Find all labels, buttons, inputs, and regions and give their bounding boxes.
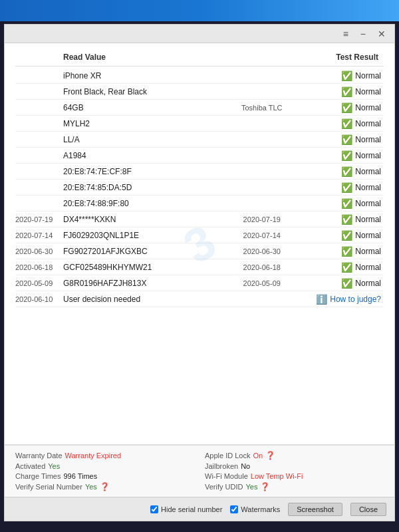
table-row: 2020-06-10User decision neededℹ️How to j…	[15, 291, 384, 307]
result-text: Normal	[355, 183, 381, 192]
table-row: A1984✅Normal	[15, 148, 384, 164]
apple-id-value: On	[253, 452, 263, 460]
column-headers: Read Value Test Result	[15, 49, 384, 66]
cell-read-value: 20:E8:74:7E:CF:8F	[63, 167, 222, 176]
result-text: Normal	[355, 71, 381, 80]
check-circle-icon: ✅	[341, 71, 352, 80]
verify-serial-label: Verify Serial Number	[15, 483, 82, 491]
header-test-result: Test Result	[300, 53, 384, 62]
cell-test-result: ✅Normal	[302, 263, 384, 272]
jailbroken-value: No	[241, 462, 250, 470]
table-row: 20:E8:74:88:9F:80✅Normal	[15, 196, 384, 211]
check-circle-icon: ✅	[341, 135, 352, 144]
cell-read-value: 20:E8:74:85:DA:5D	[63, 183, 222, 192]
verify-serial-item: Verify Serial Number Yes ❓	[15, 482, 194, 491]
cell-date-left: 2020-06-10	[15, 295, 63, 303]
cell-read-value: Front Black, Rear Black	[63, 87, 222, 96]
cell-test-result: ✅Normal	[302, 183, 384, 192]
cell-test-result: ✅Normal	[302, 247, 384, 256]
menu-icon-button[interactable]: ≡	[340, 27, 352, 41]
cell-date-left: 2020-07-19	[15, 215, 63, 223]
close-window-button[interactable]: Close	[350, 503, 386, 516]
verify-serial-value: Yes	[85, 483, 97, 491]
cell-date-left: 2020-05-09	[15, 279, 63, 287]
cell-test-result: ✅Normal	[302, 231, 384, 240]
verify-serial-help-icon[interactable]: ❓	[100, 482, 110, 491]
header-read-value: Read Value	[63, 53, 221, 62]
hide-serial-checkbox-label[interactable]: Hide serial number	[150, 505, 222, 513]
warranty-label: Warranty Date	[15, 452, 63, 460]
table-row: LL/A✅Normal	[15, 132, 384, 148]
close-button[interactable]: ✕	[374, 27, 389, 41]
cell-read-value: iPhone XR	[63, 71, 222, 80]
charge-times-item: Charge Times 996 Times	[15, 472, 194, 480]
cell-test-result: ✅Normal	[302, 119, 384, 128]
cell-test-result: ✅Normal	[302, 103, 384, 112]
cell-read-value: FG9027201AFJKGXBC	[63, 247, 222, 256]
cell-date-left: 2020-07-14	[15, 231, 63, 239]
cell-test-result: ✅Normal	[302, 135, 384, 144]
jailbroken-label: Jailbroken	[205, 462, 238, 470]
result-text: Normal	[355, 279, 381, 288]
table-row: Front Black, Rear Black✅Normal	[15, 84, 384, 100]
footer-bar: Hide serial number Watermarks Screenshot…	[5, 497, 394, 521]
how-to-judge-link[interactable]: How to judge?	[330, 295, 381, 304]
table-row: 20:E8:74:7E:CF:8F✅Normal	[15, 164, 384, 180]
top-bar	[0, 0, 399, 21]
apple-id-label: Apple ID Lock	[205, 452, 250, 460]
activated-item: Activated Yes	[15, 462, 194, 470]
table-row: 2020-07-14FJ6029203QNL1P1E2020-07-14✅Nor…	[15, 227, 384, 243]
cell-mid-date: 2020-05-09	[222, 279, 302, 287]
warranty-value: Warranty Expired	[65, 452, 122, 460]
cell-test-result: ✅Normal	[302, 71, 384, 80]
result-text: Normal	[355, 263, 381, 272]
check-circle-icon: ✅	[341, 103, 352, 112]
watermarks-checkbox[interactable]	[230, 505, 238, 513]
table-row: 20:E8:74:85:DA:5D✅Normal	[15, 180, 384, 196]
cell-test-result: ✅Normal	[302, 151, 384, 160]
cell-test-result: ✅Normal	[302, 199, 384, 208]
result-text: Normal	[355, 135, 381, 144]
warranty-item: Warranty Date Warranty Expired	[15, 451, 194, 460]
cell-test-result: ✅Normal	[302, 87, 384, 96]
table-row: MYLH2✅Normal	[15, 116, 384, 132]
apple-id-help-icon[interactable]: ❓	[265, 451, 275, 460]
cell-test-result: ✅Normal	[302, 167, 384, 176]
cell-mid-date: 2020-07-19	[222, 215, 302, 223]
result-text: Normal	[355, 167, 381, 176]
info-grid: Warranty Date Warranty Expired Apple ID …	[15, 451, 384, 491]
check-circle-icon: ✅	[341, 263, 352, 272]
watermarks-label: Watermarks	[241, 505, 280, 513]
minimize-button[interactable]: −	[357, 27, 369, 41]
info-circle-icon: ℹ️	[316, 294, 327, 305]
check-circle-icon: ✅	[341, 199, 352, 208]
cell-read-value: GCF025489HKHYMW21	[63, 263, 222, 272]
cell-mid-date: 2020-06-30	[222, 247, 302, 255]
wifi-module-item: Wi-Fi Module Low Temp Wi-Fi	[205, 472, 384, 480]
cell-test-result: ✅Normal	[302, 215, 384, 224]
result-text: Normal	[355, 247, 381, 256]
watermarks-checkbox-label[interactable]: Watermarks	[230, 505, 280, 513]
check-circle-icon: ✅	[341, 167, 352, 176]
table-row: 2020-07-19DX4*****KXKN2020-07-19✅Normal	[15, 211, 384, 227]
cell-date-left: 2020-06-30	[15, 247, 63, 255]
screenshot-button[interactable]: Screenshot	[288, 503, 342, 516]
table-row: 2020-05-09G8R0196HAFZJH813X2020-05-09✅No…	[15, 275, 384, 291]
cell-mid-date: 2020-06-18	[222, 263, 302, 271]
cell-read-value: 64GB	[63, 103, 222, 112]
cell-read-value: G8R0196HAFZJH813X	[63, 279, 222, 288]
cell-read-value: 20:E8:74:88:9F:80	[63, 199, 222, 208]
result-text: Normal	[355, 87, 381, 96]
hide-serial-label: Hide serial number	[161, 505, 222, 513]
verify-udid-item: Verify UDID Yes ❓	[205, 482, 384, 491]
check-circle-icon: ✅	[341, 231, 352, 240]
cell-read-value: User decision needed	[63, 295, 222, 304]
check-circle-icon: ✅	[341, 247, 352, 256]
verify-udid-help-icon[interactable]: ❓	[260, 482, 270, 491]
check-circle-icon: ✅	[341, 87, 352, 96]
apple-id-item: Apple ID Lock On ❓	[205, 451, 384, 460]
table-area: 3 Read Value Test Result iPhone XR✅Norma…	[5, 43, 394, 444]
hide-serial-checkbox[interactable]	[150, 505, 158, 513]
check-circle-icon: ✅	[341, 183, 352, 192]
window-titlebar: ≡ − ✕	[5, 25, 394, 43]
